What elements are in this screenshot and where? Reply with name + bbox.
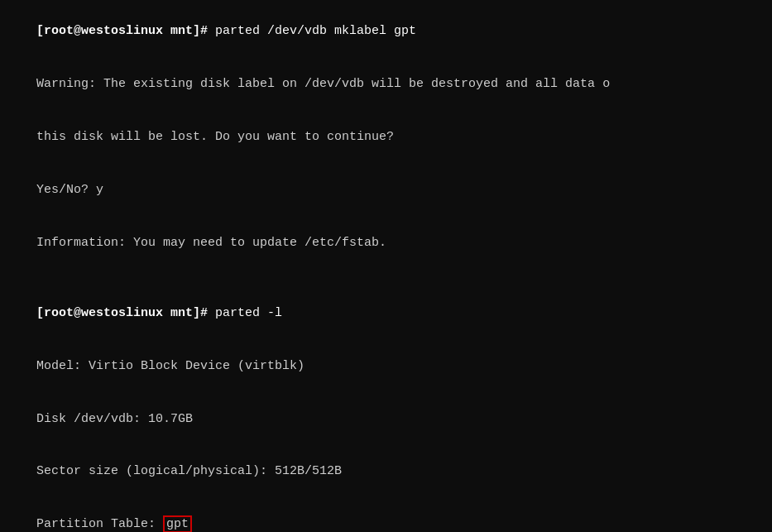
sector-size-vdb: Sector size (logical/physical): 512B/512… bbox=[36, 464, 342, 478]
terminal-window: [root@westoslinux mnt]# parted /dev/vdb … bbox=[0, 0, 772, 532]
info-text: Information: You may need to update /etc… bbox=[36, 236, 386, 250]
terminal-line-7: Model: Virtio Block Device (virtblk) bbox=[7, 339, 765, 392]
terminal-line-5: Information: You may need to update /etc… bbox=[7, 217, 765, 270]
prompt-2: [root@westoslinux mnt]# bbox=[36, 306, 208, 320]
empty-line-1 bbox=[7, 269, 765, 286]
command-1: parted /dev/vdb mklabel gpt bbox=[208, 24, 416, 38]
prompt-1: [root@westoslinux mnt]# bbox=[36, 24, 208, 38]
warning-text: Warning: The existing disk label on /dev… bbox=[36, 77, 610, 91]
terminal-line-3: this disk will be lost. Do you want to c… bbox=[7, 111, 765, 164]
terminal-line-8: Disk /dev/vdb: 10.7GB bbox=[7, 392, 765, 445]
terminal-line-2: Warning: The existing disk label on /dev… bbox=[7, 58, 765, 111]
terminal-line-9: Sector size (logical/physical): 512B/512… bbox=[7, 445, 765, 498]
terminal-line-10: Partition Table: gpt bbox=[7, 498, 765, 532]
yes-no-response: Yes/No? y bbox=[36, 183, 103, 197]
terminal-line-4: Yes/No? y bbox=[7, 164, 765, 217]
command-2: parted -l bbox=[208, 306, 282, 320]
partition-table-label: Partition Table: bbox=[36, 517, 163, 531]
terminal-line-6: [root@westoslinux mnt]# parted -l bbox=[7, 286, 765, 339]
terminal-line-1: [root@westoslinux mnt]# parted /dev/vdb … bbox=[7, 5, 765, 58]
partition-table-value: gpt bbox=[163, 515, 192, 532]
disk-vdb: Disk /dev/vdb: 10.7GB bbox=[36, 412, 193, 426]
warning-text-2: this disk will be lost. Do you want to c… bbox=[36, 130, 394, 144]
model-vdb: Model: Virtio Block Device (virtblk) bbox=[36, 359, 304, 373]
